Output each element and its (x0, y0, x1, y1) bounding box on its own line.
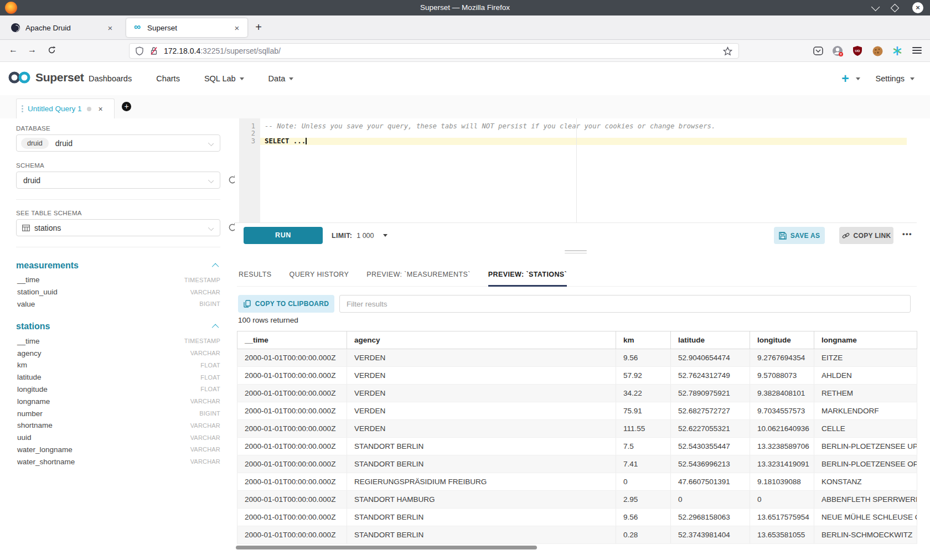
table-cell: KONSTANZ (814, 473, 917, 491)
column-header-agency[interactable]: agency (347, 331, 616, 349)
window-close-icon[interactable]: × (912, 2, 923, 13)
ublock-shield-icon[interactable]: UO (852, 45, 863, 56)
table-cell: 52.2968158063 (671, 509, 750, 526)
chevron-down-icon[interactable] (910, 77, 914, 80)
result-tab-query-history[interactable]: QUERY HISTORY (290, 263, 349, 287)
column-header-latitude[interactable]: latitude (671, 331, 750, 349)
result-tab-preview-measurements[interactable]: PREVIEW: `MEASUREMENTS` (366, 263, 470, 287)
query-tab-strip: Untitled Query 1 × + (0, 95, 930, 118)
column-header-longname[interactable]: longname (814, 331, 917, 349)
table-select[interactable]: stations (16, 219, 220, 236)
chevron-down-icon (208, 141, 214, 146)
extension-asterisk-icon[interactable] (892, 45, 903, 56)
back-button[interactable]: ← (7, 45, 20, 55)
pocket-icon[interactable] (813, 45, 824, 56)
cookie-icon[interactable] (872, 45, 883, 56)
horizontal-scrollbar[interactable] (236, 546, 537, 549)
table-cell: 2000-01-01T00:00:00.000Z (237, 526, 347, 544)
superset-logo[interactable]: Superset (8, 70, 84, 85)
table-cell: STANDORT HAMBURG (347, 491, 616, 509)
more-options-button[interactable]: ••• (902, 230, 912, 238)
browser-tab-apache-druid[interactable]: Apache Druid × (4, 18, 121, 37)
table-row: 2000-01-01T00:00:00.000ZSTANDORT BERLIN0… (237, 526, 917, 544)
table-cell: BERLIN-PLOETZENSEE UP (814, 438, 917, 455)
collapse-chevron-up-icon[interactable] (212, 263, 219, 270)
table-cell: 75.91 (616, 402, 671, 420)
nav-dashboards[interactable]: Dashboards (89, 74, 132, 83)
forward-button[interactable]: → (25, 45, 39, 55)
column-header-longitude[interactable]: longitude (750, 331, 814, 349)
settings-menu[interactable]: Settings (876, 74, 905, 83)
menu-hamburger-icon[interactable] (912, 47, 922, 55)
copy-link-button[interactable]: COPY LINK (839, 227, 893, 244)
table-cell: 2000-01-01T00:00:00.000Z (237, 509, 347, 526)
insecure-lock-icon[interactable] (149, 46, 158, 55)
table-row: 2000-01-01T00:00:00.000ZVERDEN9.5652.904… (237, 349, 917, 367)
table-cell: 13.3238589706 (750, 438, 814, 455)
url-bar[interactable]: 172.18.0.4:32251/superset/sqllab/ (129, 43, 739, 59)
reload-button[interactable] (45, 45, 58, 54)
superset-favicon-icon: ∞ (133, 23, 142, 32)
chevron-down-icon[interactable] (856, 77, 860, 80)
save-as-button[interactable]: SAVE AS (774, 227, 825, 244)
column-header-km[interactable]: km (616, 331, 671, 349)
add-new-button[interactable]: + (841, 71, 849, 86)
result-tab-preview-stations[interactable]: PREVIEW: `STATIONS` (488, 263, 567, 287)
browser-tab-superset[interactable]: ∞ Superset × (126, 18, 247, 37)
nav-sql-lab[interactable]: SQL Lab (204, 74, 244, 83)
table-cell: STANDORT BERLIN (347, 509, 616, 526)
results-table: __timeagencykmlatitudelongitudelongname … (237, 331, 917, 544)
result-tab-results[interactable]: RESULTS (239, 263, 272, 287)
query-tab-title: Untitled Query 1 (28, 105, 82, 113)
new-tab-button[interactable]: + (252, 21, 265, 34)
pane-resize-handle[interactable] (565, 250, 587, 255)
column-type: BIGINT (199, 300, 220, 307)
query-tab-untitled[interactable]: Untitled Query 1 × (16, 98, 115, 118)
schema-sidebar: DATABASE druid druid SCHEMA druid SEE TA (0, 118, 235, 560)
tab-close-icon[interactable]: × (105, 23, 115, 33)
drag-grip-icon[interactable] (22, 105, 23, 112)
nav-charts[interactable]: Charts (156, 74, 180, 83)
table-cell: 57.92 (616, 367, 671, 385)
filter-results-input[interactable] (339, 295, 911, 313)
tracking-shield-icon[interactable] (135, 46, 144, 55)
query-tab-close-icon[interactable]: × (99, 105, 103, 113)
url-text[interactable]: 172.18.0.4:32251/superset/sqllab/ (164, 46, 723, 55)
sql-editor[interactable]: 123 -- Note: Unless you save your query,… (239, 118, 907, 222)
column-type: VARCHAR (190, 446, 220, 453)
druid-favicon-icon (11, 23, 20, 32)
schema-select[interactable]: druid (16, 172, 220, 189)
window-maximize-icon[interactable] (891, 3, 900, 12)
table-cell: 2000-01-01T00:00:00.000Z (237, 367, 347, 385)
editor-toolbar: RUN LIMIT: 1 000 SAVE AS COPY LIN (235, 222, 917, 247)
column-type: VARCHAR (190, 434, 220, 441)
tab-close-icon[interactable]: × (232, 23, 242, 33)
line-number: 1 (239, 123, 255, 131)
schema-table-header[interactable]: measurements (16, 257, 220, 274)
schema-table-measurements: measurements__timeTIMESTAMPstation_uuidV… (16, 257, 220, 310)
table-cell: 2000-01-01T00:00:00.000Z (237, 402, 347, 420)
column-name: __time (17, 337, 40, 345)
collapse-chevron-up-icon[interactable] (212, 324, 219, 331)
link-icon (842, 232, 850, 240)
schema-column: longitudeFLOAT (16, 383, 220, 396)
window-minimize-icon[interactable] (871, 2, 880, 11)
divider (16, 199, 220, 200)
bookmark-star-icon[interactable] (723, 46, 733, 56)
column-name: station_uuid (17, 288, 58, 296)
table-name: measurements (16, 261, 79, 271)
database-select[interactable]: druid druid (16, 134, 220, 152)
nav-data[interactable]: Data (268, 74, 294, 83)
schema-table-header[interactable]: stations (16, 318, 220, 335)
table-row: 2000-01-01T00:00:00.000ZSTANDORT HAMBURG… (237, 491, 917, 509)
table-cell: BERLIN-PLOETZENSEE OP (814, 455, 917, 473)
run-button[interactable]: RUN (244, 227, 323, 244)
limit-dropdown[interactable]: LIMIT: 1 000 (332, 227, 388, 244)
database-value: druid (55, 139, 73, 148)
superset-infinity-icon (8, 70, 31, 85)
column-name: uuid (17, 433, 32, 442)
copy-to-clipboard-button[interactable]: COPY TO CLIPBOARD (238, 295, 334, 313)
profile-icon[interactable] (832, 45, 843, 56)
add-query-tab-button[interactable]: + (122, 102, 131, 111)
column-header-__time[interactable]: __time (237, 331, 347, 349)
